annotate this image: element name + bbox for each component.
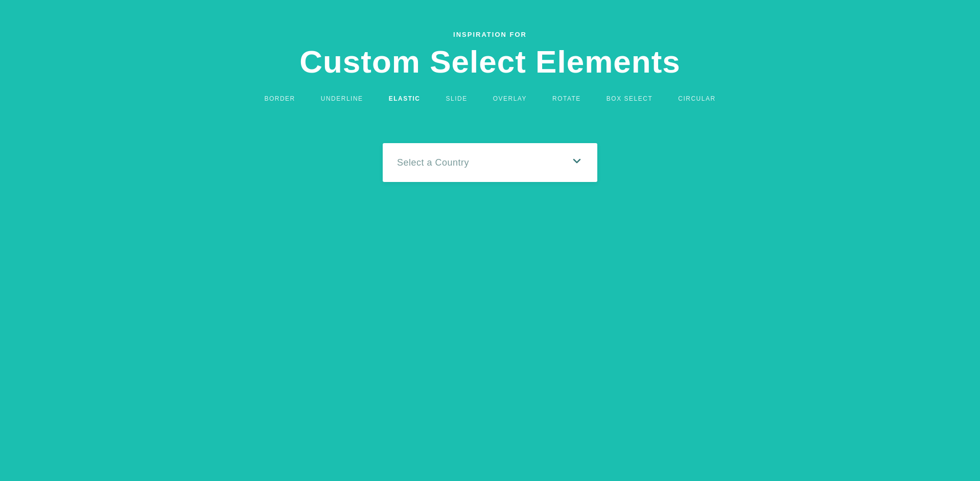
nav-item-elastic[interactable]: ELASTIC: [389, 95, 421, 102]
nav-item-box-select[interactable]: BOX SELECT: [606, 95, 652, 102]
nav-item-circular[interactable]: CIRCULAR: [678, 95, 715, 102]
subtitle: INSPIRATION FOR: [453, 31, 527, 38]
page-wrapper: INSPIRATION FOR Custom Select Elements B…: [0, 0, 980, 481]
nav-item-underline[interactable]: UNDERLINE: [321, 95, 363, 102]
nav-item-rotate[interactable]: ROTATE: [552, 95, 581, 102]
select-placeholder: Select a Country: [397, 157, 469, 168]
main-title: Custom Select Elements: [299, 43, 681, 80]
country-select[interactable]: Select a Country: [383, 143, 597, 182]
main-section: INSPIRATION FOR Custom Select Elements B…: [0, 0, 980, 481]
nav-bar: BORDER UNDERLINE ELASTIC SLIDE OVERLAY R…: [264, 95, 715, 102]
chevron-down-icon: [571, 155, 583, 170]
nav-item-slide[interactable]: SLIDE: [446, 95, 467, 102]
nav-item-border[interactable]: BORDER: [264, 95, 295, 102]
nav-item-overlay[interactable]: OVERLAY: [493, 95, 527, 102]
